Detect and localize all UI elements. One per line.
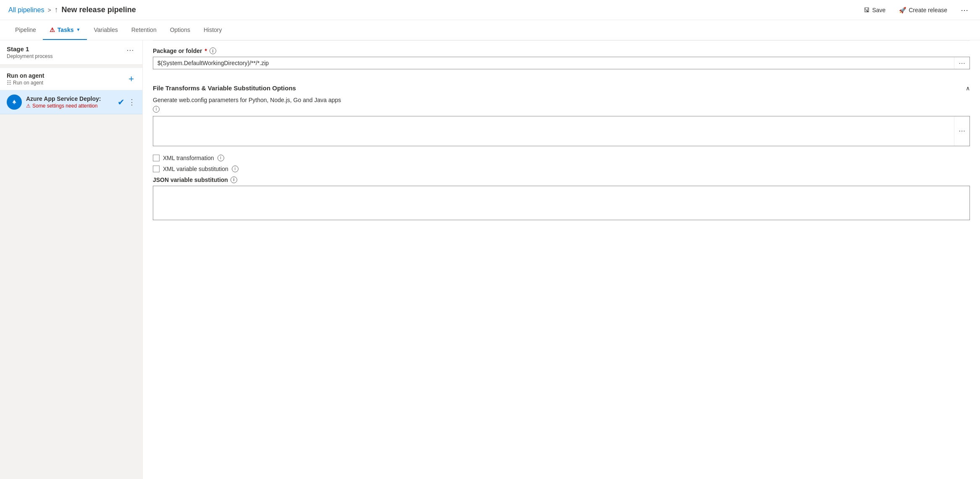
json-variable-substitution-group: JSON variable substitution i (153, 176, 970, 220)
package-folder-group: Package or folder * i ⋯ (153, 40, 970, 69)
required-indicator: * (205, 47, 207, 54)
xml-variable-substitution-checkbox[interactable] (153, 166, 160, 172)
json-variable-substitution-textarea[interactable] (153, 186, 970, 220)
task-name: Azure App Service Deploy: (26, 95, 113, 102)
task-warning: ⚠ Some settings need attention (26, 103, 113, 109)
chevron-down-icon: ▼ (76, 27, 81, 32)
run-on-agent-section: Run on agent ☷ Run on agent + (0, 65, 142, 90)
header-more-button[interactable]: ⋯ (957, 4, 972, 16)
create-release-button[interactable]: 🚀 Create release (896, 4, 951, 16)
generate-webconfig-input-wrap: ⋯ (153, 116, 970, 146)
tab-variables[interactable]: Variables (87, 20, 124, 40)
breadcrumb-sep: > (47, 7, 51, 13)
tab-tasks[interactable]: ⚠ Tasks ▼ (43, 20, 87, 40)
task-warning-text: Some settings need attention (32, 103, 97, 109)
xml-transformation-label: XML transformation (163, 155, 214, 161)
run-on-agent-info: Run on agent ☷ Run on agent (7, 72, 44, 86)
header-left: All pipelines > ↑ New release pipeline (8, 5, 136, 14)
generate-webconfig-textarea[interactable] (153, 116, 954, 146)
run-on-agent-sublabel: ☷ Run on agent (7, 80, 44, 86)
save-button[interactable]: 🖫 Save (860, 4, 889, 16)
generate-more-button[interactable]: ⋯ (954, 116, 970, 146)
left-panel: Stage 1 Deployment process ⋯ Run on agen… (0, 40, 143, 479)
stage-more-button[interactable]: ⋯ (125, 45, 136, 55)
generate-webconfig-info: i (153, 105, 970, 113)
generate-webconfig-group: Generate web.config parameters for Pytho… (153, 97, 970, 146)
save-icon: 🖫 (864, 7, 870, 13)
task-item[interactable]: Azure App Service Deploy: ⚠ Some setting… (0, 90, 142, 114)
stage-title: Stage 1 (7, 45, 52, 53)
tab-tasks-warning-icon: ⚠ (50, 26, 55, 33)
task-actions: ✔ ⋮ (118, 97, 136, 107)
generate-webconfig-label: Generate web.config parameters for Pytho… (153, 97, 970, 113)
tab-retention-label: Retention (131, 26, 157, 33)
collapse-icon: ∧ (966, 85, 970, 92)
page-title: New release pipeline (62, 5, 136, 14)
tab-tasks-label: Tasks (58, 26, 74, 33)
right-panel: Package or folder * i ⋯ File Transforms … (143, 40, 980, 479)
package-info-icon[interactable]: i (210, 47, 216, 54)
azure-app-service-icon (7, 95, 22, 110)
tab-pipeline-label: Pipeline (15, 26, 36, 33)
create-release-label: Create release (909, 7, 947, 13)
json-variable-substitution-label-text: JSON variable substitution (153, 176, 228, 183)
stage-header: Stage 1 Deployment process ⋯ (0, 40, 142, 65)
tab-variables-label: Variables (94, 26, 118, 33)
tab-retention[interactable]: Retention (125, 20, 163, 40)
tab-options[interactable]: Options (163, 20, 197, 40)
tab-history[interactable]: History (197, 20, 229, 40)
rocket-icon: 🚀 (899, 7, 906, 13)
package-folder-label: Package or folder * i (153, 47, 970, 54)
header: All pipelines > ↑ New release pipeline 🖫… (0, 0, 980, 20)
package-input-wrap: ⋯ (153, 57, 970, 69)
json-variable-substitution-info-icon[interactable]: i (231, 176, 237, 183)
json-variable-substitution-input-wrap (153, 186, 970, 220)
package-input[interactable] (153, 57, 954, 69)
xml-variable-substitution-row: XML variable substitution i (153, 166, 970, 172)
package-folder-label-text: Package or folder (153, 47, 202, 54)
json-variable-substitution-label: JSON variable substitution i (153, 176, 970, 183)
pipeline-icon: ↑ (55, 5, 58, 14)
warning-icon: ⚠ (26, 103, 31, 109)
xml-transformation-row: XML transformation i (153, 155, 970, 161)
azure-icon-svg (10, 97, 19, 107)
stage-info: Stage 1 Deployment process (7, 45, 52, 59)
run-on-agent-sub-text: Run on agent (13, 80, 43, 86)
task-check-icon: ✔ (118, 97, 125, 107)
breadcrumb-link[interactable]: All pipelines (8, 6, 44, 14)
save-label: Save (872, 7, 886, 13)
file-transforms-title: File Transforms & Variable Substitution … (153, 84, 296, 92)
file-transforms-section-header[interactable]: File Transforms & Variable Substitution … (153, 78, 970, 97)
agent-icon: ☷ (7, 80, 11, 86)
tab-pipeline[interactable]: Pipeline (8, 20, 43, 40)
generate-info-icon[interactable]: i (153, 106, 160, 113)
run-on-agent-label: Run on agent (7, 72, 44, 79)
generate-webconfig-label-text: Generate web.config parameters for Pytho… (153, 97, 970, 103)
add-task-button[interactable]: + (127, 74, 136, 84)
xml-variable-substitution-label: XML variable substitution (163, 166, 228, 172)
tab-options-label: Options (170, 26, 190, 33)
main-content: Stage 1 Deployment process ⋯ Run on agen… (0, 40, 980, 479)
xml-transformation-checkbox[interactable] (153, 155, 160, 161)
xml-variable-substitution-info-icon[interactable]: i (232, 166, 238, 172)
task-drag-button[interactable]: ⋮ (128, 97, 136, 107)
xml-transformation-info-icon[interactable]: i (217, 155, 224, 161)
task-info: Azure App Service Deploy: ⚠ Some setting… (26, 95, 113, 109)
header-right: 🖫 Save 🚀 Create release ⋯ (860, 4, 972, 16)
package-more-button[interactable]: ⋯ (954, 57, 970, 69)
tab-bar: Pipeline ⚠ Tasks ▼ Variables Retention O… (0, 20, 980, 40)
stage-subtitle: Deployment process (7, 53, 52, 59)
tab-history-label: History (204, 26, 222, 33)
